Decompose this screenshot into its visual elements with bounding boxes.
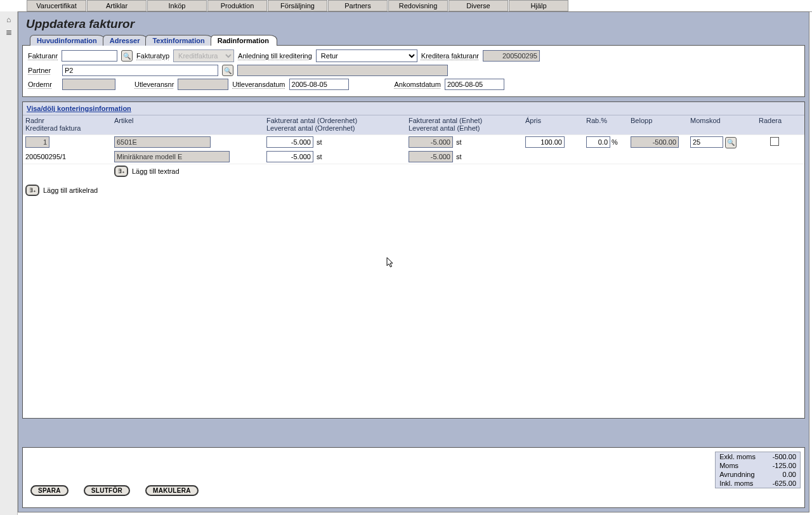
col-rab: Rab.% (586, 117, 631, 124)
menu-partners[interactable]: Partners (328, 0, 388, 11)
row-lev-order-qty[interactable] (266, 151, 313, 162)
row-fakt-order-qty[interactable] (266, 136, 313, 148)
ordernr-value (62, 79, 115, 90)
col-artikel: Artikel (114, 117, 266, 124)
page-title: Uppdatera fakturor (18, 12, 809, 35)
col-radera: Radera (759, 117, 790, 124)
anledning-label: Anledning till kreditering (238, 52, 312, 60)
row-rab[interactable] (586, 136, 610, 148)
ankomstdatum-input[interactable] (445, 79, 504, 90)
totals-box: Exkl. moms-500.00 Moms-125.00 Avrundning… (715, 452, 801, 488)
fakturanr-label: Fakturanr (28, 52, 58, 60)
menu-forsaljning[interactable]: Försäljning (268, 0, 327, 11)
header-form-panel: Fakturanr 🔍 Fakturatyp Kreditfaktura Anl… (22, 45, 805, 97)
grid-panel: Visa/dölj konteringsinformation Radnr Kr… (22, 101, 805, 419)
fakturanr-lookup-icon[interactable]: 🔍 (121, 50, 133, 62)
row-krediterad: 200500295/1 (25, 153, 66, 160)
totals-moms-label: Moms (719, 462, 738, 469)
momskod-lookup-icon[interactable]: 🔍 (725, 137, 737, 148)
tabs: Huvudinformation Adresser Textinformatio… (18, 35, 809, 46)
home-icon[interactable]: ⌂ (0, 15, 17, 24)
left-gutter: ⌂ ≣ (0, 11, 18, 515)
row-unit-3: st (317, 153, 322, 160)
add-textrow-button[interactable]: ∃₊ (114, 166, 128, 177)
col-fakt-enhet: Fakturerat antal (Enhet) (409, 117, 525, 124)
anledning-select[interactable]: Retur (316, 49, 417, 62)
utleveransdatum-label: Utleveransdatum (232, 81, 285, 88)
totals-exkl-value: -500.00 (763, 453, 796, 460)
totals-moms-value: -125.00 (763, 462, 796, 469)
fakturatyp-select: Kreditfaktura (173, 49, 234, 62)
menu-diverse[interactable]: Diverse (449, 0, 508, 11)
kreditera-label: Kreditera fakturanr (421, 52, 479, 60)
row-rab-unit: % (612, 138, 618, 146)
menu-varucertifikat[interactable]: Varucertifikat (27, 0, 86, 11)
tab-adresser[interactable]: Adresser (103, 35, 148, 46)
col-momskod: Momskod (690, 117, 759, 124)
main-panel: Uppdatera fakturor Huvudinformation Adre… (18, 11, 809, 512)
fakturatyp-label: Fakturatyp (136, 52, 169, 60)
totals-inkl-value: -625.00 (763, 479, 796, 487)
col-fakt-order: Fakturerat antal (Orderenhet) (266, 117, 409, 124)
row-belopp: -500.00 (631, 136, 679, 148)
row-momskod[interactable] (690, 136, 723, 148)
add-articlerow-label: Lägg till artikelrad (43, 186, 98, 194)
row-lev-enhet-qty: -5.000 (409, 151, 453, 162)
utleveransnr-value (178, 79, 228, 90)
tab-huvudinformation[interactable]: Huvudinformation (30, 35, 105, 46)
col-lev-enhet: Levererat antal (Enhet) (409, 124, 525, 132)
row-artikel-name: Miniräknare modell E (114, 151, 230, 162)
menu-hjalp[interactable]: Hjälp (509, 0, 568, 11)
utleveransdatum-input[interactable] (289, 79, 349, 90)
row-apris[interactable] (525, 136, 565, 148)
totals-avr-label: Avrundning (719, 471, 754, 478)
spara-button[interactable]: SPARA (30, 485, 69, 496)
utleveransnr-label: Utleveransnr (134, 81, 174, 88)
footer-panel: SPARA SLUTFÖR MAKULERA Exkl. moms-500.00… (22, 447, 805, 508)
menu-produktion[interactable]: Produktion (207, 0, 267, 11)
partner-input[interactable] (62, 65, 218, 76)
totals-inkl-label: Inkl. moms (719, 479, 753, 487)
add-textrow-label: Lägg till textrad (132, 167, 180, 175)
fakturanr-input[interactable] (62, 50, 117, 62)
col-lev-order: Levererat antal (Orderenhet) (266, 124, 409, 132)
menu-inkop[interactable]: Inköp (147, 0, 207, 11)
table-row: 200500295/1 Miniräknare modell E st -5.0… (23, 150, 804, 164)
col-radnr: Radnr (25, 117, 114, 124)
menu-artiklar[interactable]: Artiklar (87, 0, 147, 11)
ordernr-label: Ordernr (28, 81, 58, 88)
totals-exkl-label: Exkl. moms (719, 453, 756, 460)
row-unit-1: st (317, 138, 322, 146)
partner-label: Partner (28, 67, 58, 74)
top-menu: Varucertifikat Artiklar Inköp Produktion… (0, 0, 812, 12)
col-belopp: Belopp (631, 117, 690, 124)
row-unit-4: st (456, 153, 462, 160)
row-artikel-code: 6501E (114, 136, 211, 148)
totals-avr-value: 0.00 (763, 471, 796, 478)
list-icon[interactable]: ≣ (0, 28, 17, 37)
row-fakt-enhet-qty: -5.000 (409, 136, 453, 148)
add-articlerow-button[interactable]: ∃₊ (25, 185, 39, 196)
row-radnr: 1 (25, 136, 49, 148)
makulera-button[interactable]: MAKULERA (145, 485, 199, 496)
kreditera-value: 200500295 (483, 50, 540, 62)
col-krediterad: Krediterad faktura (25, 124, 114, 132)
partner-desc (237, 65, 448, 76)
row-unit-2: st (456, 138, 462, 146)
add-textrow-row: ∃₊ Lägg till textrad (23, 164, 804, 178)
tab-radinformation[interactable]: Radinformation (211, 35, 277, 46)
row-radera-checkbox[interactable] (770, 137, 779, 146)
partner-lookup-icon[interactable]: 🔍 (222, 65, 233, 76)
toggle-kontering-link[interactable]: Visa/dölj konteringsinformation (27, 105, 131, 112)
grid-column-headers: Radnr Krediterad faktura Artikel Fakture… (23, 115, 804, 134)
tab-textinformation[interactable]: Textinformation (145, 35, 213, 46)
ankomstdatum-label: Ankomstdatum (395, 81, 441, 88)
col-apris: Ápris (525, 117, 586, 124)
table-row: 1 6501E st -5.000 st % -500.00 (23, 134, 804, 150)
slutfor-button[interactable]: SLUTFÖR (84, 485, 130, 496)
menu-redovisning[interactable]: Redovisning (388, 0, 448, 11)
